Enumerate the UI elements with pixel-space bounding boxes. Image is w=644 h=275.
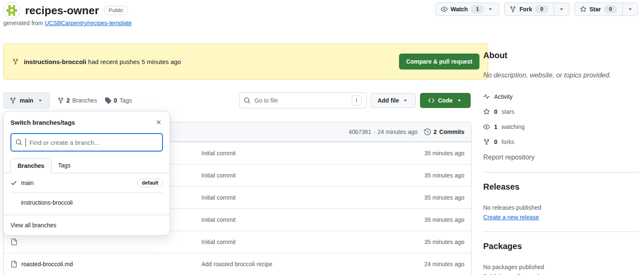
commits-label: Commits [439,129,464,135]
file-name-cell [4,239,201,245]
commit-hash-link[interactable]: 40b7361 [348,129,371,135]
watching-count: 1 [494,123,497,130]
chevron-down-icon [37,97,44,104]
close-icon [155,119,162,126]
compare-pull-request-button[interactable]: Compare & pull request [399,54,479,69]
stars-label: stars [502,108,514,115]
fork-icon [483,139,490,145]
activity-label: Activity [494,93,513,100]
divider [483,172,639,172]
chevron-down-icon [558,6,565,13]
branch-selector-button[interactable]: main [3,93,50,108]
repo-stats: Activity 0 stars 1 watching 0 forks [483,89,639,149]
file-name-link[interactable]: roasted-broccoli.md [21,261,73,267]
branch-item-main[interactable]: main default [4,173,170,193]
commit-age: 35 minutes ago [385,216,471,223]
visibility-badge: Public [104,6,128,15]
star-label: Star [590,6,601,13]
search-icon [244,97,250,104]
text-cursor [26,138,26,146]
branch-search-input[interactable]: Find or create a branch... [10,133,163,152]
repo-actions: Watch 1 Fork 0 [435,3,638,16]
repo-avatar [3,2,20,19]
current-branch-label: main [20,97,33,104]
stars-count: 0 [494,108,497,115]
commit-meta-separator: · [374,129,376,135]
star-menu-button[interactable] [622,3,638,16]
publish-package-link[interactable]: Publish your first package [483,273,550,275]
commit-message-link[interactable]: Initial commit [201,150,385,157]
fork-icon [510,6,516,13]
releases-title: Releases [483,182,639,192]
commit-message-link[interactable]: Initial commit [201,239,385,245]
template-repo-link[interactable]: UCSBCarpentry/recipes-template [45,20,132,26]
commit-message-link[interactable]: Initial commit [201,172,385,179]
stars-link[interactable]: 0 stars [483,104,639,119]
forks-count: 0 [494,139,497,145]
search-icon [15,139,22,146]
check-icon [10,180,17,186]
branch-icon [57,97,64,104]
pulse-icon [483,93,490,100]
star-count: 0 [604,5,617,13]
tab-tags[interactable]: Tags [52,158,77,173]
tags-link[interactable]: 0 Tags [105,97,132,104]
fork-group: Fork 0 [504,3,569,16]
branches-label: Branches [72,97,97,104]
branch-name: instructions-broccoli [21,199,73,206]
about-description: No description, website, or topics provi… [483,72,639,79]
history-icon [424,129,431,135]
default-branch-badge: default [137,179,163,187]
branch-item-instructions-broccoli[interactable]: instructions-broccoli [4,193,170,212]
fork-button[interactable]: Fork 0 [504,3,554,16]
repo-header: recipes-owner Public generated from UCSB… [0,0,644,40]
commit-age: 35 minutes ago [385,239,471,245]
goto-file-box: t [239,93,366,108]
divider [483,231,639,232]
star-button[interactable]: Star 0 [574,3,623,16]
branches-count: 2 [67,97,70,104]
report-repository-link[interactable]: Report repository [483,154,639,161]
repo-title[interactable]: recipes-owner [25,5,99,16]
tags-count: 0 [114,97,117,104]
packages-title: Packages [483,241,639,251]
fork-menu-button[interactable] [554,3,569,16]
commit-message-link[interactable]: Initial commit [201,194,385,201]
add-file-button[interactable]: Add file [371,93,416,108]
goto-file-shortcut: t [352,95,362,105]
watching-link[interactable]: 1 watching [483,119,639,134]
tab-branches[interactable]: Branches [10,158,52,173]
commit-history-link[interactable]: 2 Commits [424,129,464,135]
packages-empty-text: No packages published [483,264,639,270]
table-row: roasted-broccoli.md Add roasted broccoli… [4,253,471,275]
chevron-down-icon [487,6,494,13]
forks-label: forks [502,139,514,145]
watch-label: Watch [451,6,468,13]
banner-text: instructions-broccoli had recent pushes … [24,58,181,65]
commit-age: 35 minutes ago [385,150,471,157]
watch-button[interactable]: Watch 1 [435,3,499,16]
about-title: About [483,50,639,60]
view-all-branches-link[interactable]: View all branches [4,215,170,235]
forks-link[interactable]: 0 forks [483,134,639,149]
commit-age: 24 minutes ago [385,261,471,267]
commit-message-link[interactable]: Add roasted broccoli recipe [201,261,385,267]
sidebar: About No description, website, or topics… [483,50,639,275]
code-button[interactable]: Code [420,93,471,108]
goto-file-input[interactable] [254,97,348,104]
repo-toolbar: main 2 Branches 0 Tags t Add file [3,93,471,108]
create-release-link[interactable]: Create a new release [483,214,539,221]
branches-link[interactable]: 2 Branches [57,97,97,104]
code-label: Code [438,97,453,104]
close-button[interactable] [155,118,163,126]
chevron-down-icon [627,6,634,13]
tag-icon [105,97,111,104]
watch-group: Watch 1 [435,3,499,16]
eye-icon [483,123,490,130]
file-icon [10,239,17,245]
commit-message-link[interactable]: Initial commit [201,216,385,223]
switch-branches-dialog: Switch branches/tags Find or create a br… [3,111,170,236]
releases-empty-text: No releases published [483,204,639,211]
activity-link[interactable]: Activity [483,89,639,104]
commit-age: 35 minutes ago [385,172,471,179]
